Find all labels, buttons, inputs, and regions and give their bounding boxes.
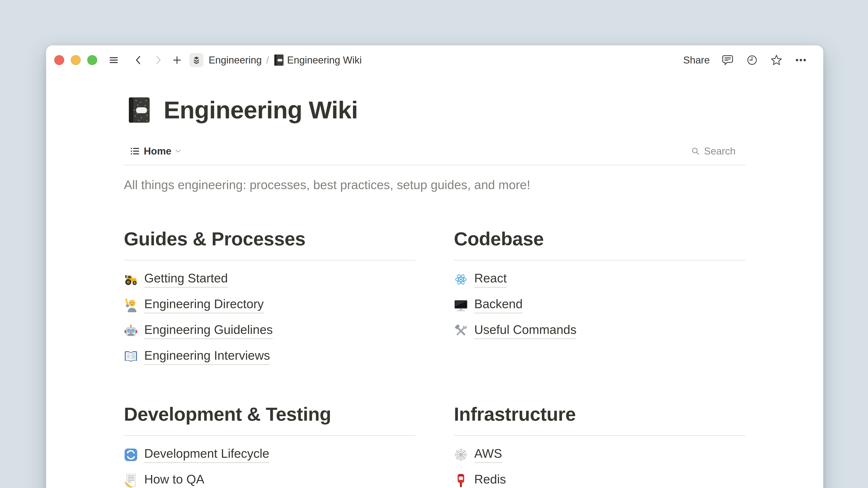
section-divider bbox=[124, 260, 415, 260]
title-row: Engineering Wiki bbox=[124, 96, 745, 124]
favorite-button[interactable] bbox=[770, 54, 783, 67]
section-development-testing: Development & Testing bbox=[124, 403, 415, 488]
view-tab-home[interactable]: Home bbox=[124, 145, 181, 157]
sections-grid: Guides & Processes bbox=[124, 228, 745, 488]
postbox-icon bbox=[454, 474, 468, 488]
open-book-icon bbox=[124, 350, 138, 364]
view-row: Home Search bbox=[124, 145, 745, 157]
clock-icon bbox=[746, 55, 758, 66]
new-page-button[interactable] bbox=[172, 55, 182, 65]
page-icon-notebook[interactable] bbox=[127, 96, 151, 124]
sidebar-toggle-button[interactable] bbox=[108, 55, 119, 65]
page-link-useful-commands[interactable]: Useful Commands bbox=[454, 323, 745, 339]
breadcrumb: Engineering / bbox=[204, 54, 362, 66]
notion-window: Engineering / bbox=[46, 45, 823, 488]
section-infrastructure: Infrastructure AWS bbox=[454, 403, 745, 488]
arrows-counterclockwise-icon bbox=[124, 448, 138, 462]
page-content: Engineering Wiki Home bbox=[124, 96, 745, 488]
section-divider bbox=[454, 260, 745, 260]
page-title[interactable]: Engineering Wiki bbox=[164, 97, 358, 124]
robot-icon bbox=[124, 324, 138, 338]
page-link-backend[interactable]: Backend bbox=[454, 297, 745, 313]
section-title[interactable]: Infrastructure bbox=[454, 403, 745, 426]
list-view-icon bbox=[130, 146, 140, 156]
breadcrumb-workspace[interactable]: Engineering bbox=[209, 55, 262, 66]
search-label: Search bbox=[704, 145, 736, 157]
page-link-aws[interactable]: AWS bbox=[454, 447, 745, 462]
teamspace-chip[interactable] bbox=[189, 53, 204, 67]
ellipsis-icon bbox=[795, 55, 807, 66]
notebook-icon bbox=[274, 54, 284, 66]
maximize-window-button[interactable] bbox=[87, 55, 97, 65]
search-icon bbox=[690, 146, 701, 156]
breadcrumb-page[interactable]: Engineering Wiki bbox=[274, 54, 362, 66]
section-divider bbox=[454, 435, 745, 436]
section-title[interactable]: Guides & Processes bbox=[124, 228, 415, 250]
section-divider bbox=[124, 435, 415, 436]
spider-web-icon bbox=[454, 448, 468, 462]
tabs-divider bbox=[124, 165, 745, 165]
window-topbar: Engineering / bbox=[46, 45, 823, 75]
updates-button[interactable] bbox=[745, 54, 758, 67]
page-link-react[interactable]: React bbox=[454, 272, 745, 287]
back-button[interactable] bbox=[133, 55, 144, 65]
comment-bubble-icon bbox=[722, 54, 734, 66]
minimize-window-button[interactable] bbox=[71, 55, 81, 65]
breadcrumb-separator: / bbox=[266, 55, 269, 66]
page-link-engineering-guidelines[interactable]: Engineering Guidelines bbox=[124, 323, 415, 339]
close-window-button[interactable] bbox=[54, 55, 64, 65]
comments-button[interactable] bbox=[721, 54, 734, 67]
search-button[interactable]: Search bbox=[690, 145, 745, 157]
hamburger-menu-icon bbox=[108, 55, 119, 65]
desktop-computer-icon bbox=[454, 298, 468, 312]
memo-icon bbox=[124, 474, 138, 488]
page-link-engineering-interviews[interactable]: Engineering Interviews bbox=[124, 349, 415, 364]
atom-react-icon bbox=[454, 272, 468, 287]
teamspace-layers-icon bbox=[192, 56, 201, 65]
page-description[interactable]: All things engineering: processes, best … bbox=[124, 176, 745, 194]
more-options-button[interactable] bbox=[794, 54, 807, 67]
topbar-actions: Share bbox=[683, 54, 813, 67]
chevron-down-icon bbox=[175, 149, 181, 153]
view-tab-label: Home bbox=[144, 145, 171, 157]
page-link-how-to-qa[interactable]: How to QA bbox=[124, 473, 415, 488]
star-icon bbox=[771, 54, 782, 66]
section-title[interactable]: Development & Testing bbox=[124, 403, 415, 426]
chevron-right-icon bbox=[154, 55, 162, 65]
tractor-icon bbox=[124, 272, 138, 287]
share-button[interactable]: Share bbox=[683, 55, 710, 66]
page-link-getting-started[interactable]: Getting Started bbox=[124, 272, 415, 287]
hammer-wrench-icon bbox=[454, 324, 468, 338]
section-title[interactable]: Codebase bbox=[454, 228, 745, 250]
forward-button[interactable] bbox=[153, 55, 163, 65]
traffic-lights bbox=[54, 55, 97, 65]
person-raising-hand-icon bbox=[124, 298, 138, 312]
plus-icon bbox=[172, 55, 182, 65]
chevron-left-icon bbox=[134, 55, 143, 65]
section-guides-processes: Guides & Processes bbox=[124, 228, 415, 375]
section-codebase: Codebase React bbox=[454, 228, 745, 375]
page-link-development-lifecycle[interactable]: Development Lifecycle bbox=[124, 447, 415, 462]
breadcrumb-page-title: Engineering Wiki bbox=[287, 55, 362, 66]
page-link-redis[interactable]: Redis bbox=[454, 473, 745, 488]
page-link-engineering-directory[interactable]: Engineering Directory bbox=[124, 297, 415, 313]
